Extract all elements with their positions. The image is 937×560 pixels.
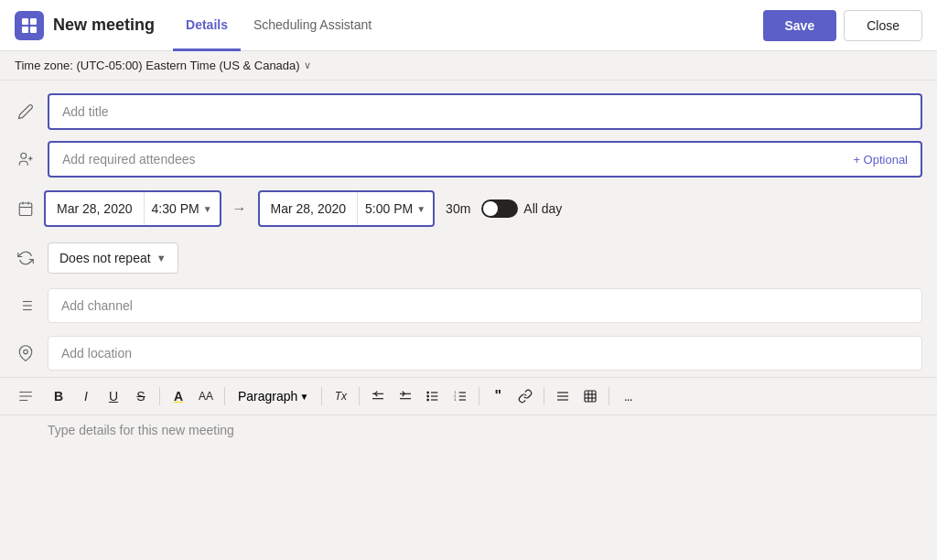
close-button[interactable]: Close xyxy=(844,10,922,41)
start-time-input[interactable]: 4:30 PM ▼ xyxy=(144,192,220,225)
tab-bar: Details Scheduling Assistant xyxy=(173,0,384,50)
numbered-list-button[interactable]: 1. 2. 3. xyxy=(447,383,473,409)
bold-button[interactable]: B xyxy=(46,383,71,409)
table-button[interactable] xyxy=(577,383,603,409)
allday-label: All day xyxy=(523,201,562,216)
app-logo xyxy=(15,11,44,40)
end-time-chevron-icon: ▼ xyxy=(416,204,425,214)
title-placeholder: Add title xyxy=(62,104,109,119)
channel-input[interactable]: Add channel xyxy=(48,288,922,323)
toggle-thumb xyxy=(483,201,498,216)
channel-row: Add channel xyxy=(0,282,937,329)
svg-rect-2 xyxy=(22,27,28,33)
tab-scheduling-assistant[interactable]: Scheduling Assistant xyxy=(241,1,384,51)
paragraph-label: Paragraph xyxy=(238,389,297,404)
calendar-icon xyxy=(15,198,37,220)
channel-placeholder: Add channel xyxy=(61,298,133,313)
allday-toggle[interactable]: All day xyxy=(481,199,562,218)
font-highlight-button[interactable]: A xyxy=(166,383,191,409)
channel-icon xyxy=(15,295,37,317)
quote-button[interactable]: " xyxy=(485,383,511,409)
datetime-row: Mar 28, 2020 4:30 PM ▼ → Mar 28, 2020 5:… xyxy=(0,183,937,234)
toolbar-separator-7 xyxy=(609,387,609,405)
start-time-chevron-icon: ▼ xyxy=(203,204,212,214)
start-date-input[interactable]: Mar 28, 2020 xyxy=(46,192,144,225)
svg-text:3.: 3. xyxy=(455,398,458,402)
location-row: Add location xyxy=(0,329,937,377)
meeting-title: New meeting xyxy=(53,16,155,35)
clear-format-button[interactable]: Tx xyxy=(328,383,353,409)
svg-rect-7 xyxy=(19,203,32,216)
bullets-button[interactable] xyxy=(420,383,446,409)
toolbar-separator-5 xyxy=(479,387,479,405)
attendees-placeholder: Add required attendees xyxy=(62,152,196,167)
start-datetime-group: Mar 28, 2020 4:30 PM ▼ xyxy=(44,190,221,227)
formatting-toolbar: B I U S A AA Paragraph ▼ Tx xyxy=(0,377,937,415)
align-button[interactable] xyxy=(550,383,576,409)
paragraph-dropdown[interactable]: Paragraph ▼ xyxy=(231,385,316,407)
toolbar-separator-3 xyxy=(321,387,322,405)
title-icon xyxy=(15,101,37,123)
end-time-input[interactable]: 5:00 PM ▼ xyxy=(357,192,433,225)
svg-point-28 xyxy=(427,392,429,393)
paragraph-chevron-icon: ▼ xyxy=(299,392,308,402)
svg-rect-3 xyxy=(30,27,37,33)
body-icon xyxy=(15,385,37,407)
timezone-bar[interactable]: Time zone: (UTC-05:00) Eastern Time (US … xyxy=(0,51,937,81)
timezone-chevron-icon: ∨ xyxy=(304,59,311,71)
datetime-arrow-icon: → xyxy=(229,200,251,217)
svg-rect-0 xyxy=(22,18,28,25)
end-date-input[interactable]: Mar 28, 2020 xyxy=(260,192,358,225)
toolbar-separator-2 xyxy=(224,387,225,405)
attendees-row: Add required attendees + Optional xyxy=(0,135,937,183)
body-placeholder: Type details for this new meeting xyxy=(48,423,234,437)
repeat-dropdown[interactable]: Does not repeat ▼ xyxy=(48,242,178,274)
svg-point-29 xyxy=(427,395,429,397)
repeat-icon xyxy=(15,247,37,269)
title-row: Add title xyxy=(0,88,937,135)
optional-link[interactable]: + Optional xyxy=(853,153,908,167)
underline-button[interactable]: U xyxy=(101,383,126,409)
attendees-input[interactable]: Add required attendees + Optional xyxy=(48,141,922,178)
location-placeholder: Add location xyxy=(61,346,132,361)
save-button[interactable]: Save xyxy=(763,10,837,41)
location-icon xyxy=(15,342,37,364)
svg-point-30 xyxy=(427,399,429,401)
header: New meeting Details Scheduling Assistant… xyxy=(0,0,937,51)
svg-point-17 xyxy=(24,350,28,354)
indent-decrease-button[interactable] xyxy=(365,383,391,409)
toggle-track[interactable] xyxy=(481,199,518,218)
quote-icon: " xyxy=(495,388,502,404)
timezone-text: Time zone: (UTC-05:00) Eastern Time (US … xyxy=(15,59,300,72)
svg-point-4 xyxy=(21,153,27,158)
meeting-body-area[interactable]: Type details for this new meeting xyxy=(0,415,937,445)
more-icon: ... xyxy=(624,389,632,404)
svg-rect-40 xyxy=(585,391,596,402)
end-datetime-group: Mar 28, 2020 5:00 PM ▼ xyxy=(258,190,436,227)
tab-details[interactable]: Details xyxy=(173,1,241,51)
font-size-button[interactable]: AA xyxy=(193,383,219,409)
title-input[interactable]: Add title xyxy=(48,93,922,130)
svg-rect-1 xyxy=(30,18,37,25)
duration-label: 30m xyxy=(442,201,474,216)
link-button[interactable] xyxy=(512,383,538,409)
form-body: Add title Add required attendees + Optio… xyxy=(0,81,937,445)
location-input[interactable]: Add location xyxy=(48,336,922,371)
toolbar-separator-1 xyxy=(159,387,160,405)
toolbar-separator-6 xyxy=(544,387,544,405)
attendees-icon xyxy=(15,148,37,170)
toolbar-separator-4 xyxy=(359,387,360,405)
italic-button[interactable]: I xyxy=(73,383,99,409)
more-options-button[interactable]: ... xyxy=(615,383,641,409)
repeat-label: Does not repeat xyxy=(59,251,151,265)
indent-increase-button[interactable] xyxy=(393,383,418,409)
header-actions: Save Close xyxy=(763,10,923,41)
repeat-row: Does not repeat ▼ xyxy=(0,234,937,282)
strikethrough-button[interactable]: S xyxy=(128,383,154,409)
repeat-chevron-icon: ▼ xyxy=(156,253,167,264)
